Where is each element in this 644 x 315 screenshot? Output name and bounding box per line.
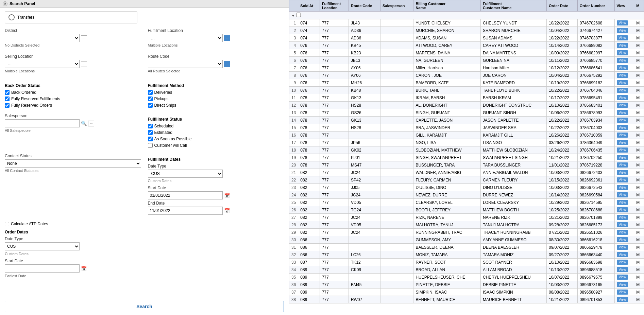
scheduled-checkbox[interactable] xyxy=(148,124,153,128)
view-button[interactable]: View xyxy=(617,43,628,48)
order-date-type-select[interactable]: CUS xyxy=(5,242,80,250)
cell-4 xyxy=(380,34,413,42)
select-all-checkbox[interactable] xyxy=(296,13,301,17)
col-order-number[interactable]: Order Number xyxy=(577,0,614,12)
col-view[interactable]: View xyxy=(614,0,634,12)
order-number-cell: 0766682997 xyxy=(577,49,614,57)
order-start-calendar-icon[interactable]: 📅 xyxy=(81,266,87,271)
view-button[interactable]: View xyxy=(617,88,628,93)
view-button[interactable]: View xyxy=(617,282,628,287)
cell-2: 777 xyxy=(320,34,349,42)
view-button[interactable]: View xyxy=(617,28,628,33)
fulfillment-end-input[interactable] xyxy=(148,207,223,215)
fulfillment-location-select[interactable]: ... xyxy=(148,34,223,42)
cell-5: SRA, JASWINDER xyxy=(413,124,481,132)
fulfillment-date-type-select[interactable]: CUS xyxy=(148,170,223,178)
view-button[interactable]: View xyxy=(617,275,628,280)
filter-icon: ▼ xyxy=(291,14,295,18)
view-button[interactable]: View xyxy=(617,58,628,63)
view-button[interactable]: View xyxy=(617,110,628,115)
view-button[interactable]: View xyxy=(617,245,628,250)
selling-location-dots-button[interactable]: ··· xyxy=(81,61,87,67)
view-button[interactable]: View xyxy=(617,20,628,25)
route-code-select[interactable] xyxy=(148,60,223,68)
pickups-checkbox[interactable] xyxy=(148,97,153,101)
view-button[interactable]: View xyxy=(617,125,628,130)
deliveries-checkbox[interactable] xyxy=(148,90,153,95)
order-number-cell: 0786706435 xyxy=(577,146,614,154)
cell-4 xyxy=(380,64,413,72)
view-button[interactable]: View xyxy=(617,133,628,138)
view-button[interactable]: View xyxy=(617,35,628,40)
view-button[interactable]: View xyxy=(617,50,628,55)
view-button[interactable]: View xyxy=(617,73,628,78)
salesperson-search-icon[interactable]: 🔍 xyxy=(81,121,87,126)
view-cell: View xyxy=(614,154,634,161)
search-button[interactable]: Search xyxy=(5,301,284,312)
view-button[interactable]: View xyxy=(617,162,628,168)
transfers-radio[interactable] xyxy=(9,14,15,20)
cell-1: 082 xyxy=(298,191,320,199)
order-start-date-input[interactable] xyxy=(5,264,80,273)
view-button[interactable]: View xyxy=(617,170,628,175)
contact-status-select[interactable]: None xyxy=(5,159,141,168)
col-m[interactable]: M xyxy=(634,0,644,12)
m-cell: M xyxy=(634,94,644,102)
cell-7: 10/25/2022 xyxy=(547,206,578,214)
view-cell: View xyxy=(614,176,634,184)
fully-reserved-fulfillments-checkbox[interactable] xyxy=(5,97,10,101)
view-button[interactable]: View xyxy=(617,155,628,160)
cell-4 xyxy=(380,49,413,57)
fulfillment-start-calendar-icon[interactable]: 📅 xyxy=(224,193,230,198)
view-button[interactable]: View xyxy=(617,65,628,70)
view-button[interactable]: View xyxy=(617,215,628,220)
close-button[interactable]: ✕ xyxy=(3,1,7,6)
district-select[interactable] xyxy=(5,34,80,42)
view-button[interactable]: View xyxy=(617,230,628,235)
row-number: 32 xyxy=(289,251,298,259)
customer-will-call-checkbox[interactable] xyxy=(148,143,153,148)
view-button[interactable]: View xyxy=(617,95,628,100)
view-button[interactable]: View xyxy=(617,207,628,212)
view-button[interactable]: View xyxy=(617,200,628,205)
view-button[interactable]: View xyxy=(617,80,628,85)
estimated-checkbox[interactable] xyxy=(148,130,153,135)
fulfillment-location-dots-button[interactable]: ··· xyxy=(224,35,230,41)
salesperson-input[interactable] xyxy=(5,119,80,127)
view-button[interactable]: View xyxy=(617,177,628,182)
col-fulfillment-customer[interactable]: FulfillmentCustomer Name xyxy=(481,0,547,12)
col-billing-customer[interactable]: Billing CustomerName xyxy=(413,0,481,12)
calculate-atp-checkbox[interactable] xyxy=(5,222,9,226)
fully-reserved-orders-checkbox[interactable] xyxy=(5,103,10,108)
asap-checkbox[interactable] xyxy=(148,137,153,141)
cell-2: 777 xyxy=(320,64,349,72)
direct-ships-checkbox[interactable] xyxy=(148,103,153,108)
back-ordered-checkbox[interactable] xyxy=(5,90,10,95)
view-button[interactable]: View xyxy=(617,147,628,153)
view-button[interactable]: View xyxy=(617,267,628,272)
fulfillment-end-calendar-icon[interactable]: 📅 xyxy=(224,208,230,213)
view-button[interactable]: View xyxy=(617,297,628,302)
selling-location-select[interactable]: ... xyxy=(5,60,80,68)
view-button[interactable]: View xyxy=(617,222,628,227)
fulfillment-start-input[interactable] xyxy=(148,191,223,199)
view-button[interactable]: View xyxy=(617,118,628,123)
district-dots-button[interactable]: ··· xyxy=(81,35,87,41)
view-button[interactable]: View xyxy=(617,252,628,257)
view-button[interactable]: View xyxy=(617,260,628,265)
col-fulfillment-location[interactable]: FulfillmentLocation xyxy=(320,0,349,12)
col-route-code[interactable]: Route Code xyxy=(349,0,380,12)
view-button[interactable]: View xyxy=(617,103,628,108)
view-cell: View xyxy=(614,236,634,244)
col-order-date[interactable]: Order Date xyxy=(547,0,578,12)
view-button[interactable]: View xyxy=(617,237,628,242)
view-button[interactable]: View xyxy=(617,140,628,145)
view-button[interactable]: View xyxy=(617,290,628,295)
salesperson-dots-button[interactable]: ··· xyxy=(88,121,94,126)
view-button[interactable]: View xyxy=(617,185,628,190)
view-button[interactable]: View xyxy=(617,192,628,197)
col-sold-at[interactable]: Sold At xyxy=(298,0,320,12)
col-salesperson[interactable]: Salesperson xyxy=(380,0,413,12)
route-code-dots-button[interactable]: ··· xyxy=(224,61,230,67)
transfers-row[interactable]: Transfers xyxy=(5,11,137,23)
